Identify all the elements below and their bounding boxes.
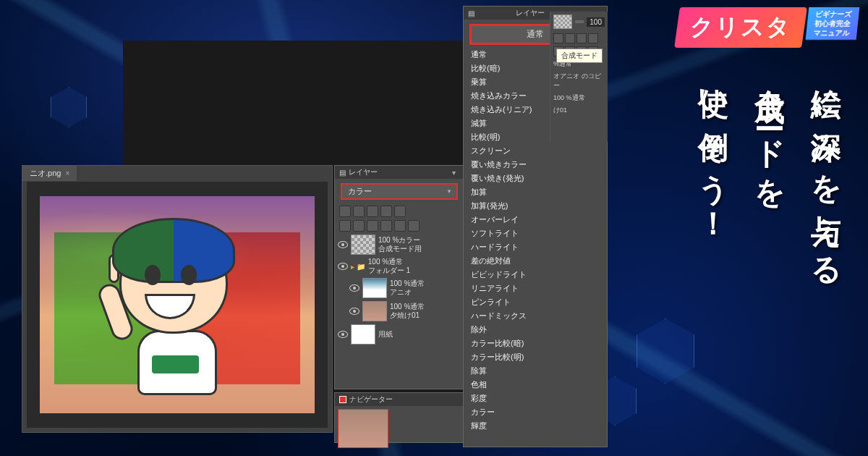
shirt-logo [152,355,199,373]
blend-mode-option[interactable]: ハードミックス [464,309,607,323]
hex-deco [51,87,87,127]
layer-row[interactable]: 100 %通常アニオ [335,276,464,300]
opacity-thumb [553,14,572,29]
tool-icon[interactable] [339,220,351,232]
opacity-row: 100 [550,12,608,32]
headline-col: 絵に深みを与える [806,65,846,274]
blend-mode-option[interactable]: オーバーレイ [464,213,607,227]
panel-title: ナビゲーター [349,394,393,405]
tool-icon[interactable] [353,206,365,217]
layer-tools [335,219,464,233]
tool-icon[interactable] [380,220,392,232]
blend-mode-option[interactable]: ビビッドライト [464,268,607,282]
tool-icon[interactable] [553,33,563,43]
menu-icon[interactable]: ▾ [452,169,459,176]
layer-panel-left: ▤ レイヤー ▾ カラー 100 %カラー合成モード用▸ 📁100 %通常フォル… [334,165,464,389]
blend-mode-value: カラー [348,186,372,197]
visibility-icon[interactable] [338,263,348,270]
blend-mode-option[interactable]: 差の絶対値 [464,254,607,268]
canvas-window: ニオ.png × [22,165,333,433]
layer-thumbnail [362,301,387,321]
logo-subtitle: ビギナーズ 初心者完全 マニュアル [806,7,860,40]
tool-icon[interactable] [367,206,378,217]
opacity-value[interactable]: 100 [587,17,605,27]
blend-mode-option[interactable]: 覆い焼きカラー [464,158,607,172]
side-layer-label[interactable]: オアニオ のコピー [550,70,608,92]
tool-icon[interactable] [394,220,406,232]
nav-icon [339,396,346,403]
layer-thumbnail [351,324,375,345]
tool-row [550,32,608,45]
logo-badge: クリスタ [674,7,807,48]
tool-icon[interactable] [588,33,598,43]
panel-header: ナビゲーター [335,393,464,406]
blend-mode-option[interactable]: 除算 [464,364,607,378]
navigator-panel: ナビゲーター [334,392,464,443]
layer-label: 100 %カラー合成モード用 [378,236,422,253]
blend-mode-option[interactable]: 加算(発光) [464,199,607,213]
panel-header: ▤ レイヤー ▾ [335,166,464,179]
layer-row[interactable]: 100 %通常夕焼け01 [335,300,464,323]
layer-row[interactable]: 用紙 [335,323,464,346]
sub-line: ビギナーズ [815,9,852,19]
tool-icon[interactable] [576,33,587,43]
navigator-body[interactable] [335,406,464,451]
visibility-icon[interactable] [338,331,348,338]
layer-label: 100 %通常夕焼け01 [390,303,425,320]
hex-deco [637,318,694,384]
blend-mode-option[interactable]: カラー [464,405,607,419]
artwork [40,196,315,413]
blend-mode-option[interactable]: カラー比較(明) [464,350,607,364]
tool-icon[interactable] [380,206,392,217]
blend-mode-select-left[interactable]: カラー [341,183,458,200]
blend-mode-option[interactable]: ハードライト [464,240,607,254]
sub-line: マニュアル [813,28,850,38]
visibility-icon[interactable] [349,308,359,315]
tab-filename: ニオ.png [30,168,61,179]
folder-icon: ▸ 📁 [351,263,365,271]
blend-mode-option[interactable]: ソフトライト [464,227,607,240]
headline-col: 合成モードを [749,65,790,274]
tool-icon[interactable] [353,220,365,232]
char-eye [181,265,197,285]
char-hair [112,218,235,283]
side-layer-label[interactable]: け01 [550,104,608,117]
blend-mode-option[interactable]: カラー比較(暗) [464,337,607,350]
blend-mode-option[interactable]: リニアライト [464,282,607,295]
blend-mode-value: 通常 [527,28,544,41]
canvas-area[interactable] [27,182,328,428]
visibility-icon[interactable] [349,284,359,292]
layer-tools [335,204,464,219]
stack-icon: ▤ [468,9,475,17]
tool-icon[interactable] [408,220,420,232]
blend-mode-option[interactable]: 覆い焼き(発光) [464,172,607,185]
visibility-icon[interactable] [338,241,348,248]
close-icon[interactable]: × [65,169,69,177]
stack-icon: ▤ [339,169,346,177]
blend-mode-option[interactable]: 色相 [464,378,607,392]
tooltip: 合成モード [556,48,603,63]
layer-panel-right-side: 100 %通常オアニオ のコピー100 %通常け01 [550,12,608,142]
blend-mode-option[interactable]: スクリーン [464,144,607,158]
blend-mode-option[interactable]: 彩度 [464,392,607,405]
tool-icon[interactable] [565,33,575,43]
blend-mode-option[interactable]: 輝度 [464,419,607,433]
layer-label: 100 %通常フォルダー 1 [368,258,410,275]
tool-icon[interactable] [339,206,351,217]
opacity-slider[interactable] [575,20,584,23]
tool-icon[interactable] [394,206,406,217]
document-tab[interactable]: ニオ.png × [22,166,77,181]
blend-mode-option[interactable]: ピンライト [464,295,607,309]
blend-mode-option[interactable]: 除外 [464,323,607,337]
sub-line: 初心者完全 [814,19,851,28]
side-layer-label[interactable]: 100 %通常 [550,92,608,104]
char-eye [145,265,161,285]
layer-label: 用紙 [378,330,393,339]
blend-mode-option[interactable]: 加算 [464,185,607,199]
layer-row[interactable]: 100 %カラー合成モード用 [335,233,464,256]
layer-label: 100 %通常アニオ [390,279,425,297]
layer-row[interactable]: ▸ 📁100 %通常フォルダー 1 [335,256,464,276]
tool-icon[interactable] [367,220,378,232]
navigator-thumbnail[interactable] [338,409,388,448]
logo-text: クリスタ [690,12,791,43]
